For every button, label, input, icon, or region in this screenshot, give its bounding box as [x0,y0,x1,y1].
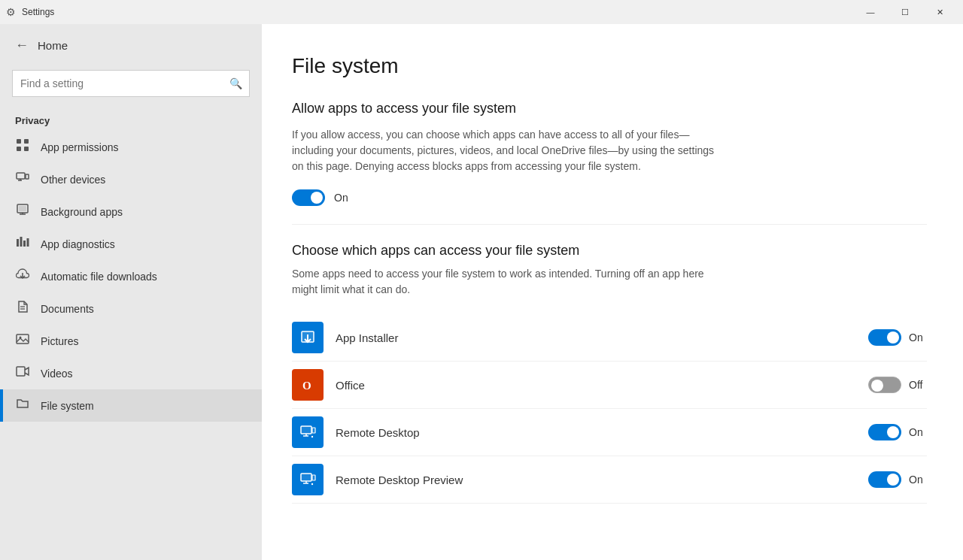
settings-window-icon: ⚙ [6,6,16,18]
search-input[interactable] [12,70,250,97]
svg-rect-12 [17,239,19,247]
remote-desktop-preview-toggle[interactable] [868,471,901,488]
app-installer-toggle-label: On [909,331,927,344]
home-nav-item[interactable]: ← Home [0,24,262,67]
sidebar-section-label: Privacy [0,109,262,131]
svg-rect-9 [19,206,26,211]
svg-point-36 [311,483,313,485]
svg-rect-0 [17,139,21,144]
office-name: Office [336,379,868,392]
section2-description: Some apps need to access your file syste… [292,266,728,298]
titlebar-controls: — ☐ ✕ [853,0,957,24]
sidebar-item-label: File system [41,400,94,412]
app-diagnostics-icon [15,235,30,253]
office-toggle[interactable] [868,377,901,393]
remote-desktop-preview-toggle-label: On [909,474,927,486]
content-area: File system Allow apps to access your fi… [262,24,963,560]
svg-rect-32 [312,475,315,480]
remote-desktop-name: Remote Desktop [336,426,868,439]
titlebar-title: Settings [22,7,54,17]
titlebar: ⚙ Settings — ☐ ✕ [0,0,963,24]
section-divider [292,224,927,225]
toggle-thumb [887,331,899,344]
automatic-file-downloads-icon [15,268,30,285]
section1-toggle-label: On [334,192,348,204]
app-permissions-icon [15,138,30,156]
pictures-icon [15,332,30,350]
close-button[interactable]: ✕ [922,0,957,24]
app-item-office: O Office Off [292,362,927,409]
office-icon: O [292,369,324,401]
sidebar-item-pictures[interactable]: Pictures [0,325,262,357]
app-installer-toggle-group: On [868,329,927,346]
svg-rect-26 [312,428,315,433]
sidebar-item-videos[interactable]: Videos [0,357,262,389]
svg-rect-14 [23,241,26,247]
file-system-icon [15,397,30,414]
sidebar-item-label: Background apps [41,206,123,218]
sidebar-item-documents[interactable]: Documents [0,292,262,325]
sidebar-item-label: Automatic file downloads [41,271,157,283]
home-label: Home [38,39,68,52]
svg-rect-15 [27,238,29,247]
section1-title: Allow apps to access your file system [292,101,927,117]
svg-rect-13 [20,237,23,247]
app-installer-toggle[interactable] [868,329,901,346]
remote-desktop-preview-name: Remote Desktop Preview [336,474,868,486]
toggle-thumb [887,426,899,438]
sidebar-item-app-permissions[interactable]: App permissions [0,131,262,163]
documents-icon [15,300,30,317]
sidebar-item-label: Other devices [41,174,105,186]
office-toggle-group: Off [868,377,927,393]
svg-rect-5 [26,174,29,179]
toggle-thumb [887,474,899,486]
section1-description: If you allow access, you can choose whic… [292,127,728,174]
search-container: 🔍 [12,70,250,97]
sidebar-item-label: Videos [41,368,73,380]
app-body: ← Home 🔍 Privacy App permissions [0,24,963,560]
other-devices-icon [15,171,30,188]
maximize-button[interactable]: ☐ [888,0,922,24]
svg-rect-21 [17,367,25,376]
titlebar-left: ⚙ Settings [6,6,853,18]
page-title: File system [292,54,927,78]
remote-desktop-toggle[interactable] [868,424,901,440]
svg-rect-19 [17,334,29,344]
sidebar-item-label: App permissions [41,141,119,153]
section2-title: Choose which apps can access your file s… [292,243,927,259]
videos-icon [15,365,30,382]
search-icon: 🔍 [229,77,242,89]
svg-text:O: O [302,380,311,392]
app-installer-name: App Installer [336,331,868,344]
app-list: App Installer On O Office [292,314,927,504]
toggle-thumb [311,192,323,204]
app-item-remote-desktop: Remote Desktop On [292,409,927,456]
section1-toggle-row: On [292,189,927,206]
sidebar-item-app-diagnostics[interactable]: App diagnostics [0,228,262,260]
remote-desktop-toggle-label: On [909,426,927,438]
svg-rect-3 [24,147,29,151]
svg-rect-1 [24,139,29,144]
back-icon: ← [15,38,29,53]
sidebar-item-label: App diagnostics [41,238,115,250]
app-item-remote-desktop-preview: Remote Desktop Preview On [292,456,927,504]
sidebar-item-automatic-file-downloads[interactable]: Automatic file downloads [0,260,262,292]
sidebar-item-label: Documents [41,303,94,315]
background-apps-icon [15,203,30,220]
file-system-access-toggle[interactable] [292,189,325,206]
app-installer-icon [292,322,324,353]
remote-desktop-preview-icon [292,464,324,495]
office-toggle-label: Off [909,379,927,391]
minimize-button[interactable]: — [853,0,888,24]
sidebar: ← Home 🔍 Privacy App permissions [0,24,262,560]
active-indicator [0,389,3,422]
remote-desktop-preview-toggle-group: On [868,471,927,488]
sidebar-item-file-system[interactable]: File system [0,389,262,422]
remote-desktop-toggle-group: On [868,424,927,440]
svg-rect-25 [301,426,311,434]
sidebar-item-background-apps[interactable]: Background apps [0,195,262,228]
remote-desktop-icon [292,416,324,448]
sidebar-item-other-devices[interactable]: Other devices [0,163,262,195]
toggle-thumb [871,380,883,392]
svg-rect-2 [17,147,21,151]
